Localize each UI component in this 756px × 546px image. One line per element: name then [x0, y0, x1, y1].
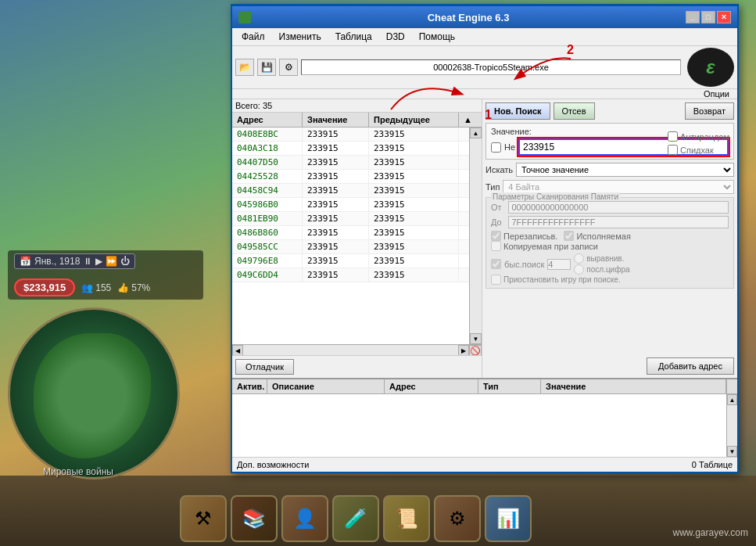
- search-buttons-row: Нов. Поиск Отсев Возврат: [485, 102, 734, 120]
- table-row[interactable]: 0486B860233915233915: [232, 226, 469, 240]
- return-button[interactable]: Возврат: [685, 102, 734, 120]
- bottom-table-header: Актив. Описание Адрес Тип Значение: [232, 379, 737, 394]
- approval-icon: 👍: [117, 282, 129, 293]
- spiderhack-row: Спидхак: [668, 145, 729, 155]
- restore-button[interactable]: □: [701, 11, 715, 23]
- spiderhack-label: Спидхак: [680, 145, 714, 155]
- table-row[interactable]: 0408E8BC233915233915: [232, 128, 469, 142]
- taskbar-research-icon[interactable]: 📚: [231, 495, 278, 542]
- antirandom-checkbox[interactable]: [668, 131, 678, 142]
- menu-edit[interactable]: Изменить: [273, 30, 328, 44]
- pause-icon[interactable]: ⏸: [83, 256, 92, 267]
- play-icon[interactable]: ▶: [95, 256, 102, 267]
- pause-label: Приостановить игру при поиске.: [503, 275, 621, 284]
- rewrite-check-row: Перезаписьв.: [491, 231, 557, 241]
- bottom-vscroll[interactable]: ▲ ▼: [726, 394, 737, 457]
- table-row[interactable]: 045986B0233915233915: [232, 198, 469, 212]
- add-addr-button[interactable]: Добавить адрес: [647, 357, 734, 375]
- bottom-scroll-down[interactable]: ▼: [727, 446, 737, 457]
- last-digit-radio: посл.цифра: [574, 264, 629, 275]
- window-title: Cheat Engine 6.3: [251, 12, 686, 23]
- rewrite-checkbox: [491, 231, 501, 241]
- taskbar-settings-icon[interactable]: ⚙: [434, 495, 481, 542]
- cheat-engine-window: Cheat Engine 6.3 _ □ ✕ Файл Изменить Таб…: [231, 4, 739, 473]
- filter-button[interactable]: Отсев: [554, 102, 595, 120]
- horizontal-scrollbar[interactable]: ◀ ▶ 🚫: [232, 344, 482, 355]
- stop-scan-button[interactable]: 🚫: [469, 345, 482, 355]
- table-row[interactable]: 04407D50233915233915: [232, 156, 469, 170]
- copy-checkbox: [491, 241, 501, 251]
- table-row[interactable]: 04425528233915233915: [232, 170, 469, 184]
- bottom-table-body[interactable]: [232, 394, 726, 457]
- money-value: $233,915: [23, 282, 66, 293]
- approval-value: 57%: [131, 282, 150, 293]
- taskbar-stats-icon[interactable]: 📊: [485, 495, 532, 542]
- copy-check-row: Копируемая при записи: [491, 241, 729, 251]
- taskbar-build-icon[interactable]: ⚒: [180, 495, 227, 542]
- hscroll-left[interactable]: ◀: [232, 345, 243, 355]
- menu-help[interactable]: Помощь: [413, 30, 461, 44]
- menubar: Файл Изменить Таблица D3D Помощь: [232, 28, 737, 46]
- process-display: 00002638-Tropico5Steam.exe: [301, 59, 681, 75]
- minimap: [8, 307, 180, 480]
- search-type-row: Искать Точное значение: [485, 163, 734, 177]
- side-checkboxes: Антирандом Спидхак: [668, 131, 729, 155]
- not-checkbox[interactable]: [491, 142, 501, 153]
- calendar-icon: 📅: [20, 256, 31, 267]
- fast-search-input: [547, 259, 571, 270]
- approval-display: 👍 57%: [117, 278, 150, 296]
- table-row[interactable]: 049796E8233915233915: [232, 254, 469, 268]
- menu-file[interactable]: Файл: [235, 30, 271, 44]
- to-input: [508, 216, 729, 228]
- copy-label: Копируемая при записи: [503, 242, 598, 251]
- vertical-scrollbar[interactable]: ▲ ▼: [469, 128, 482, 344]
- fast-search-label: быс.поиск: [504, 260, 544, 269]
- taskbar-people-icon[interactable]: 👤: [281, 495, 328, 542]
- taskbar-diplomacy-icon[interactable]: 📜: [383, 495, 430, 542]
- scan-params-group: Параметры Сканирования Памяти От До Пере…: [485, 197, 734, 289]
- table-row[interactable]: 04458C94233915233915: [232, 184, 469, 198]
- options-label: Опции: [232, 89, 737, 99]
- from-label: От: [491, 203, 505, 212]
- minimize-button[interactable]: _: [686, 11, 700, 23]
- power-icon[interactable]: ⏻: [120, 256, 130, 267]
- population-icon: 👥: [81, 282, 93, 293]
- menu-table[interactable]: Таблица: [329, 30, 378, 44]
- table-row[interactable]: 040A3C18233915233915: [232, 142, 469, 156]
- hscroll-track[interactable]: [243, 345, 458, 355]
- exec-check-row: Исполняемая: [564, 231, 630, 241]
- new-search-button[interactable]: Нов. Поиск: [485, 102, 550, 120]
- bottom-scroll-up[interactable]: ▲: [727, 394, 737, 405]
- spiderhack-checkbox[interactable]: [668, 145, 678, 155]
- bottom-col-addr: Адрес: [385, 379, 478, 393]
- table-row[interactable]: 0481EB90233915233915: [232, 212, 469, 226]
- table-row[interactable]: 049C6DD4233915233915: [232, 268, 469, 282]
- search-table-body[interactable]: 0408E8BC233915233915 040A3C1823391523391…: [232, 128, 469, 344]
- pause-check-row: Приостановить игру при поиске.: [491, 275, 729, 285]
- fast-search-checkbox: [491, 259, 501, 269]
- close-button[interactable]: ✕: [717, 11, 731, 23]
- debugger-button[interactable]: Отладчик: [235, 359, 294, 375]
- scroll-down[interactable]: ▼: [470, 333, 482, 344]
- bottom-footer: Доп. возможности 0 Таблице: [232, 457, 737, 472]
- search-results-panel: Всего: 35 Адрес Значение Предыдущее ▲ 04…: [232, 99, 482, 378]
- titlebar: Cheat Engine 6.3 _ □ ✕: [232, 6, 737, 28]
- taskbar-science-icon[interactable]: 🧪: [332, 495, 379, 542]
- toolbar-save-btn[interactable]: 💾: [257, 59, 276, 76]
- toolbar-settings-btn[interactable]: ⚙: [279, 59, 298, 76]
- scroll-up[interactable]: ▲: [470, 128, 482, 138]
- ce-logo: ε: [687, 48, 734, 87]
- antirandom-label: Антирандом: [680, 132, 729, 142]
- bottom-scroll-col: [726, 379, 737, 393]
- pause-checkbox: [491, 275, 501, 285]
- last-digit-label: посл.цифра: [586, 265, 629, 274]
- scroll-track[interactable]: [470, 138, 482, 333]
- table-row[interactable]: 049585CC233915233915: [232, 240, 469, 254]
- toolbar-open-btn[interactable]: 📂: [235, 59, 254, 76]
- search-type-select[interactable]: Точное значение: [516, 163, 734, 177]
- table-header: Адрес Значение Предыдущее ▲: [232, 113, 482, 128]
- ffwd-icon[interactable]: ⏩: [106, 256, 117, 267]
- menu-d3d[interactable]: D3D: [380, 30, 411, 44]
- hscroll-right[interactable]: ▶: [458, 345, 469, 355]
- bottom-col-active: Актив.: [232, 379, 267, 393]
